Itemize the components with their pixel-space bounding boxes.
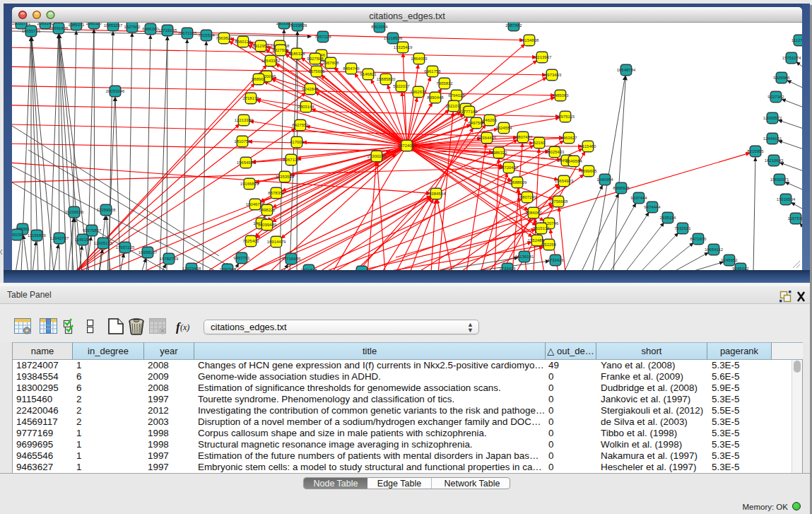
svg-text:9242848: 9242848: [302, 87, 319, 91]
svg-text:9227342: 9227342: [767, 95, 784, 99]
svg-text:19166829: 19166829: [240, 182, 259, 186]
svg-text:7357224: 7357224: [314, 35, 331, 39]
svg-text:7986322: 7986322: [490, 151, 507, 155]
svg-text:9463627: 9463627: [560, 136, 577, 140]
svg-text:11353594: 11353594: [276, 175, 295, 179]
svg-text:9115460: 9115460: [580, 144, 597, 148]
svg-text:9327506: 9327506: [272, 48, 289, 52]
svg-text:10973493: 10973493: [543, 73, 562, 77]
svg-text:8427552: 8427552: [292, 123, 309, 127]
svg-text:1362615: 1362615: [410, 90, 427, 94]
svg-text:988961: 988961: [252, 77, 266, 81]
svg-text:1527602: 1527602: [124, 25, 141, 29]
svg-text:12905135: 12905135: [94, 241, 113, 245]
svg-text:8678352: 8678352: [268, 191, 285, 195]
svg-text:6466160: 6466160: [142, 27, 159, 31]
svg-text:19654923: 19654923: [237, 160, 256, 165]
svg-text:15720407: 15720407: [500, 165, 519, 170]
svg-text:12444151: 12444151: [763, 136, 782, 141]
svg-text:18724007: 18724007: [398, 144, 417, 148]
svg-text:9329966: 9329966: [773, 76, 790, 80]
svg-text:9327508: 9327508: [307, 57, 324, 61]
svg-text:19218506: 19218506: [384, 36, 403, 40]
svg-text:20206536: 20206536: [65, 210, 84, 214]
svg-text:8454749: 8454749: [343, 66, 360, 71]
svg-text:19384554: 19384554: [427, 192, 446, 196]
svg-text:8660124: 8660124: [235, 40, 252, 44]
svg-text:2367608: 2367608: [322, 61, 339, 65]
svg-text:9197444: 9197444: [630, 196, 647, 200]
svg-text:17016504: 17016504: [777, 197, 796, 201]
svg-text:15751074: 15751074: [782, 56, 801, 60]
svg-text:17359928: 17359928: [97, 208, 116, 212]
svg-text:6961758: 6961758: [424, 69, 441, 74]
svg-text:9146821: 9146821: [360, 72, 377, 76]
svg-text:1640954: 1640954: [596, 177, 613, 182]
svg-text:10853267: 10853267: [104, 23, 123, 28]
svg-text:1864093: 1864093: [411, 57, 428, 61]
svg-text:17957225: 17957225: [116, 245, 135, 250]
svg-text:12213389: 12213389: [235, 118, 254, 122]
svg-text:8186328: 8186328: [288, 52, 305, 56]
svg-text:5322037: 5322037: [393, 84, 410, 88]
svg-text:9245652: 9245652: [721, 258, 738, 262]
svg-text:93975857: 93975857: [83, 228, 102, 233]
svg-text:746266: 746266: [483, 118, 498, 122]
svg-text:12975115: 12975115: [556, 115, 575, 119]
svg-text:5498222: 5498222: [259, 208, 276, 212]
svg-text:9699695: 9699695: [580, 169, 597, 173]
svg-text:12923468: 12923468: [182, 267, 201, 270]
svg-text:16671355: 16671355: [178, 31, 197, 35]
svg-text:16543382: 16543382: [261, 59, 281, 63]
svg-text:18807249: 18807249: [518, 195, 537, 199]
svg-text:8912954: 8912954: [252, 44, 269, 48]
svg-text:14099489: 14099489: [258, 223, 277, 227]
svg-text:13325419: 13325419: [394, 45, 413, 49]
svg-text:15716485: 15716485: [282, 257, 301, 261]
svg-text:8813054: 8813054: [371, 25, 388, 29]
svg-text:39159: 39159: [12, 233, 23, 237]
svg-text:10654112: 10654112: [705, 247, 724, 252]
svg-text:7485063: 7485063: [552, 93, 569, 98]
svg-text:6497568: 6497568: [468, 121, 485, 125]
svg-text:10958107: 10958107: [139, 250, 158, 255]
svg-text:1615132: 1615132: [533, 226, 550, 230]
svg-text:16154808: 16154808: [520, 38, 539, 42]
svg-text:23300295: 23300295: [367, 154, 387, 158]
svg-text:62160: 62160: [534, 141, 546, 145]
svg-text:1292346: 1292346: [219, 267, 236, 270]
svg-text:1810755: 1810755: [234, 139, 251, 144]
svg-text:12093572: 12093572: [763, 116, 782, 120]
svg-text:9457790: 9457790: [353, 269, 370, 270]
svg-text:1145194: 1145194: [75, 238, 92, 242]
svg-text:2803144: 2803144: [298, 105, 314, 109]
svg-text:11156829: 11156829: [28, 233, 46, 238]
svg-text:9084067: 9084067: [525, 211, 542, 215]
svg-text:9474444: 9474444: [644, 205, 661, 209]
svg-text:(x): (x): [180, 322, 189, 332]
svg-text:16033809: 16033809: [288, 23, 307, 28]
svg-text:1733425: 1733425: [499, 267, 516, 270]
svg-text:1733426: 1733426: [547, 258, 564, 262]
svg-text:19654923: 19654923: [555, 179, 574, 183]
svg-text:2935114: 2935114: [660, 216, 677, 220]
svg-text:1571648: 1571648: [300, 268, 317, 270]
svg-text:19055721: 19055721: [22, 29, 41, 33]
svg-text:15885820: 15885820: [377, 77, 396, 81]
svg-text:9245012: 9245012: [732, 267, 749, 270]
svg-text:2069140: 2069140: [37, 23, 54, 25]
svg-text:1985371: 1985371: [68, 23, 85, 27]
svg-text:1649564: 1649564: [565, 159, 582, 163]
svg-text:8958928: 8958928: [613, 186, 630, 190]
svg-text:12213967: 12213967: [533, 55, 552, 59]
svg-text:1065327: 1065327: [86, 23, 102, 25]
svg-text:16648784: 16648784: [617, 68, 636, 72]
svg-text:9457791: 9457791: [233, 256, 250, 260]
svg-text:9777169: 9777169: [461, 110, 478, 114]
svg-text:10025433: 10025433: [546, 150, 565, 154]
svg-text:10688609: 10688609: [508, 180, 527, 185]
svg-text:6794028: 6794028: [448, 93, 465, 98]
svg-text:16914479: 16914479: [267, 240, 286, 244]
svg-text:417004: 417004: [290, 140, 305, 144]
svg-text:3675685: 3675685: [308, 69, 325, 74]
